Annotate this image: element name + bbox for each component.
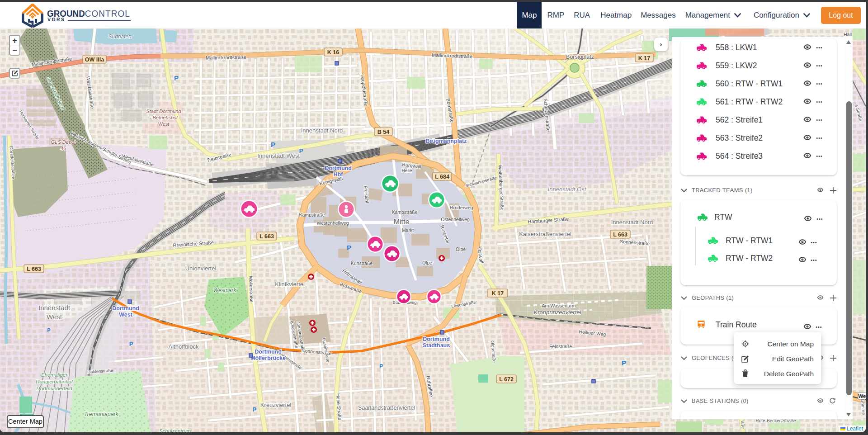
svg-text:K 17: K 17 <box>492 290 504 297</box>
svg-text:Klinikviertel: Klinikviertel <box>275 281 305 288</box>
svg-text:Olpe: Olpe <box>422 260 432 265</box>
svg-text:Kuhstraße: Kuhstraße <box>351 260 373 266</box>
svg-text:Markt: Markt <box>402 227 414 233</box>
svg-text:P: P <box>379 363 383 369</box>
svg-text:Mitte: Mitte <box>394 218 410 226</box>
svg-text:Möllerbrücke: Möllerbrücke <box>250 355 286 361</box>
svg-text:Helle: Helle <box>402 168 412 173</box>
svg-text:P: P <box>47 327 50 333</box>
svg-text:Innenstadt Nord: Innenstadt Nord <box>301 127 343 134</box>
svg-text:- Betriebshof: - Betriebshof <box>150 115 178 120</box>
svg-text:Saarlandstraßenviertel: Saarlandstraßenviertel <box>358 405 415 411</box>
svg-text:Innenstadt West: Innenstadt West <box>257 152 300 159</box>
svg-text:P: P <box>253 406 257 413</box>
svg-text:Westenhellweg: Westenhellweg <box>316 220 349 226</box>
svg-text:Dortmunderfeld: Dortmunderfeld <box>36 386 72 391</box>
svg-text:Westpark: Westpark <box>213 287 236 293</box>
svg-text:Hbf: Hbf <box>334 171 344 178</box>
svg-text:Kreuzviertel: Kreuzviertel <box>260 402 292 408</box>
svg-text:Dortmund: Dortmund <box>255 349 282 355</box>
svg-text:Südhafen: Südhafen <box>108 33 132 40</box>
svg-text:OW IIIa: OW IIIa <box>85 57 104 63</box>
svg-text:West: West <box>119 312 132 318</box>
svg-text:L 684: L 684 <box>435 174 449 180</box>
svg-text:P: P <box>347 244 351 251</box>
svg-text:Kaiserstraßenviertel: Kaiserstraßenviertel <box>519 231 571 237</box>
svg-text:Olpe: Olpe <box>456 246 466 252</box>
svg-text:P: P <box>299 147 303 154</box>
svg-text:Unionviertel: Unionviertel <box>185 265 217 272</box>
svg-text:Dortmund: Dortmund <box>423 336 450 342</box>
svg-text:Brügmannplatz: Brügmannplatz <box>426 138 467 144</box>
svg-text:Kampstraße: Kampstraße <box>392 209 417 215</box>
svg-text:P: P <box>271 141 275 148</box>
svg-text:Feldstraße: Feldstraße <box>549 344 572 349</box>
svg-text:Ostenhellweg: Ostenhellweg <box>441 217 470 222</box>
svg-text:Borsigplatz: Borsigplatz <box>566 54 594 60</box>
svg-text:P: P <box>129 340 133 347</box>
svg-text:Dortmund: Dortmund <box>325 165 352 171</box>
svg-text:Althoffblock: Althoffblock <box>169 343 199 350</box>
svg-text:Mallinckrodtstraße: Mallinckrodtstraße <box>206 54 246 61</box>
svg-text:Innenstadt: Innenstadt <box>38 304 71 312</box>
svg-text:Innenstadt Nord: Innenstadt Nord <box>611 219 653 226</box>
svg-text:West: West <box>158 121 170 127</box>
svg-text:Hall: Hall <box>844 32 852 37</box>
svg-text:aße: aße <box>740 421 745 429</box>
svg-text:Am Wasserturm: Am Wasserturm <box>542 303 576 308</box>
svg-text:Möllerstraße: Möllerstraße <box>248 276 255 303</box>
svg-text:Stadt Dortmund: Stadt Dortmund <box>146 109 181 114</box>
svg-text:Schulzentrum: Schulzentrum <box>159 428 191 432</box>
svg-text:Rangierbahnhof: Rangierbahnhof <box>36 379 74 384</box>
svg-text:K 17: K 17 <box>638 55 650 61</box>
svg-text:L 672: L 672 <box>499 376 514 383</box>
svg-text:Ehemaliger: Ehemaliger <box>41 372 68 378</box>
svg-text:Kronprinzenviertel: Kronprinzenviertel <box>534 309 582 316</box>
svg-text:46: 46 <box>61 146 66 151</box>
svg-text:GLS Depot: GLS Depot <box>51 139 76 145</box>
svg-text:We: We <box>858 393 866 399</box>
svg-text:P: P <box>622 359 626 367</box>
svg-text:P: P <box>174 74 179 82</box>
svg-text:Brüderweg: Brüderweg <box>450 205 473 210</box>
svg-text:Kampstraße: Kampstraße <box>299 212 325 218</box>
svg-text:Stadthaus: Stadthaus <box>423 342 450 349</box>
svg-text:L 663: L 663 <box>259 233 274 240</box>
svg-text:Innenstadt Ost: Innenstadt Ost <box>548 186 587 193</box>
svg-text:West: West <box>47 313 62 321</box>
svg-text:L 663: L 663 <box>613 232 627 238</box>
svg-text:Tremoniapark: Tremoniapark <box>84 411 119 417</box>
svg-text:K 16: K 16 <box>327 49 339 56</box>
svg-text:Dortmund: Dortmund <box>112 305 139 312</box>
svg-text:L 663: L 663 <box>27 266 41 272</box>
svg-text:B 54: B 54 <box>377 129 389 135</box>
